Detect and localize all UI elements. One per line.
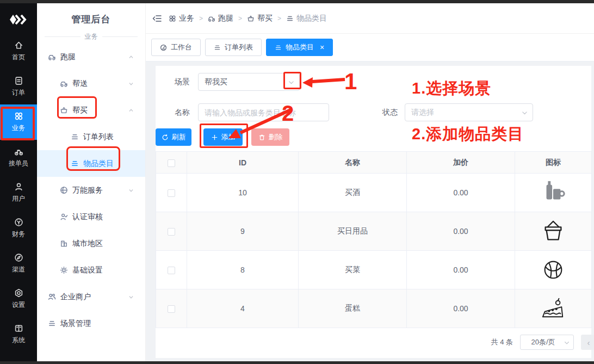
tab-label: 物品类目 xyxy=(286,42,314,52)
total-count: 共 4 条 xyxy=(491,337,513,347)
refresh-icon xyxy=(162,134,169,141)
content-card: 场景 帮我买 名称 状态 请选择 刷新 添加 xyxy=(156,66,591,358)
tab-label: 订单列表 xyxy=(225,42,253,52)
grid-icon xyxy=(169,15,176,22)
rider-icon xyxy=(14,147,23,156)
add-label: 添加 xyxy=(221,132,236,142)
gear-icon xyxy=(60,266,68,274)
tab-item-categories[interactable]: 物品类目 × xyxy=(266,39,333,56)
refresh-button[interactable]: 刷新 xyxy=(156,128,191,146)
cell-markup: 0.00 xyxy=(407,251,515,289)
logo-icon xyxy=(9,14,28,26)
breadcrumb-separator: > xyxy=(238,15,242,22)
breadcrumb-item-business[interactable]: 业务 xyxy=(169,14,194,23)
row-checkbox[interactable] xyxy=(168,267,175,274)
tab-label: 工作台 xyxy=(171,42,192,52)
menu-item-item-categories[interactable]: 物品类目 xyxy=(37,150,145,177)
sidebar-item-finance[interactable]: 财务 xyxy=(0,211,37,246)
menu-item-label: 帮买 xyxy=(72,106,88,115)
page-size-select[interactable]: 20条/页 xyxy=(520,335,574,350)
sidebar-item-couriers[interactable]: 接单员 xyxy=(0,140,37,175)
list-icon xyxy=(48,319,56,328)
breadcrumb-label: 业务 xyxy=(179,14,194,23)
secondary-sidebar: 管理后台 业务 跑腿 帮送 帮买 订单列表 xyxy=(37,3,146,364)
tab-workbench[interactable]: 工作台 xyxy=(151,39,201,56)
sidebar-item-channels[interactable]: 渠道 xyxy=(0,246,37,281)
divider xyxy=(102,36,138,37)
breadcrumb-item-buy[interactable]: 帮买 xyxy=(247,14,273,23)
sidebar-item-system[interactable]: 系统 xyxy=(0,317,37,352)
column-header-id: ID xyxy=(187,152,299,174)
cell-id: 10 xyxy=(187,174,299,212)
menu-item-universal-service[interactable]: 万能服务 xyxy=(37,177,145,203)
menu-item-label: 认证审核 xyxy=(72,212,103,222)
sidebar-item-orders[interactable]: 订单 xyxy=(0,69,37,104)
menu-item-label: 跑腿 xyxy=(60,52,76,62)
column-header-name: 名称 xyxy=(299,152,407,174)
name-label: 名称 xyxy=(175,103,190,121)
menu-item-order-list[interactable]: 订单列表 xyxy=(37,124,145,150)
prev-page-button[interactable]: ‹ xyxy=(581,335,594,350)
pagination-bar: 共 4 条 20条/页 ‹ xyxy=(491,335,594,350)
sidebar-item-business[interactable]: 业务 xyxy=(0,104,37,140)
top-border xyxy=(0,0,594,3)
menu-section-label: 业务 xyxy=(85,32,98,41)
status-select[interactable]: 请选择 xyxy=(405,103,533,121)
breadcrumb: 业务 > 跑腿 > 帮买 > 物品类目 xyxy=(169,14,327,23)
main-area: 业务 > 跑腿 > 帮买 > 物品类目 xyxy=(146,3,594,364)
row-checkbox[interactable] xyxy=(168,228,175,236)
cell-name: 买日用品 xyxy=(299,212,407,251)
status-select-placeholder: 请选择 xyxy=(411,108,434,118)
table-row: 8 买菜 0.00 xyxy=(156,251,592,289)
chevron-down-icon xyxy=(521,109,528,116)
sidebar-item-users[interactable]: 用户 xyxy=(0,175,37,211)
categories-table: ID 名称 加价 图标 10 买酒 0.00 xyxy=(156,151,592,328)
table-row: 9 买日用品 0.00 xyxy=(156,212,592,251)
cell-markup: 0.00 xyxy=(407,289,515,328)
menu-item-verification[interactable]: 认证审核 xyxy=(37,203,145,230)
menu-item-delivery[interactable]: 帮送 xyxy=(37,70,145,97)
menu-item-label: 帮送 xyxy=(72,79,88,89)
menu-item-label: 订单列表 xyxy=(83,132,114,142)
sidebar-item-label: 订单 xyxy=(12,88,25,97)
finance-icon xyxy=(14,218,23,227)
sidebar-item-settings[interactable]: 设置 xyxy=(0,281,37,317)
delete-button[interactable]: 删除 xyxy=(251,128,289,146)
sidebar-item-label: 首页 xyxy=(12,53,25,62)
globe-icon xyxy=(60,186,68,194)
menu-section: 业务 xyxy=(45,32,138,41)
chevron-down-icon xyxy=(128,81,134,87)
tab-bar: 工作台 订单列表 物品类目 × xyxy=(146,34,594,61)
menu-item-city-region[interactable]: 城市地区 xyxy=(37,230,145,257)
add-button[interactable]: 添加 xyxy=(203,128,243,146)
menu-item-label: 城市地区 xyxy=(72,239,103,249)
sidebar-item-label: 业务 xyxy=(12,124,25,133)
name-input[interactable] xyxy=(198,103,329,121)
list-icon xyxy=(71,133,79,141)
cell-name: 买菜 xyxy=(299,251,407,289)
delivery-icon xyxy=(60,79,68,88)
menu-item-basic-settings[interactable]: 基础设置 xyxy=(37,257,145,283)
grid-icon xyxy=(14,112,23,121)
refresh-label: 刷新 xyxy=(172,132,186,142)
dashboard-icon xyxy=(160,44,167,51)
scene-select[interactable]: 帮我买 xyxy=(198,73,300,91)
menu-item-enterprise-merchants[interactable]: 企业商户 xyxy=(37,283,145,310)
collapse-sidebar-icon[interactable] xyxy=(152,14,162,23)
list-icon xyxy=(275,44,282,51)
menu-item-buy[interactable]: 帮买 xyxy=(37,97,145,124)
app-logo[interactable] xyxy=(0,5,37,34)
sidebar-item-label: 系统 xyxy=(12,336,25,345)
select-all-checkbox[interactable] xyxy=(168,159,175,167)
scene-select-value: 帮我买 xyxy=(205,77,227,87)
close-icon[interactable]: × xyxy=(320,44,324,51)
sidebar-item-home[interactable]: 首页 xyxy=(0,34,37,69)
tab-order-list[interactable]: 订单列表 xyxy=(205,39,262,56)
row-checkbox[interactable] xyxy=(168,305,175,313)
menu-item-scene-management[interactable]: 场景管理 xyxy=(37,310,145,337)
chevron-up-icon xyxy=(128,54,134,60)
city-icon xyxy=(60,239,68,248)
row-checkbox[interactable] xyxy=(168,189,175,197)
breadcrumb-item-errand[interactable]: 跑腿 xyxy=(208,14,233,23)
menu-item-errand[interactable]: 跑腿 xyxy=(37,44,145,70)
